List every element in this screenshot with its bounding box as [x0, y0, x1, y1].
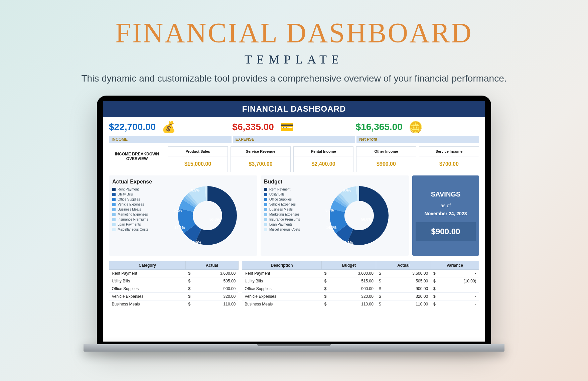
kpi-expense-value: $6,335.00	[232, 122, 274, 132]
income-card-label: Rental Income	[294, 147, 353, 156]
savings-asof: as of	[416, 203, 476, 208]
table-row: Utility Bills$515.00$505.00$(10.00)	[242, 277, 479, 285]
table-header: Variance	[431, 261, 479, 270]
kpi-expense: $6,335.00 💳	[232, 120, 355, 134]
table-row: Rent Payment$3,600.00	[109, 270, 239, 277]
slice-label: 9.5%	[191, 188, 199, 192]
label-netprofit: Net Profit	[356, 136, 479, 143]
legend-item: Loan Payments	[264, 223, 311, 226]
kpi-netprofit: $16,365.00 🪙	[356, 120, 479, 134]
budget-title: Budget	[264, 179, 311, 185]
slice-label: 5.1%	[174, 208, 182, 212]
legend-item: Miscellaneous Costs	[264, 228, 311, 231]
table-header: Actual	[376, 261, 431, 270]
table-row: Vehicle Expenses$320.00	[109, 293, 239, 300]
legend-item: Office Supplies	[264, 198, 311, 201]
legend-item: Insurance Premiums	[112, 218, 159, 221]
table-row: Utility Bills$505.00	[109, 277, 239, 285]
legend-item: Rent Payment	[264, 187, 311, 191]
legend-item: Loan Payments	[112, 223, 159, 226]
table-row: Office Supplies$900.00$900.00$-	[242, 285, 479, 293]
table-row: Vehicle Expenses$320.00$320.00$-	[242, 293, 479, 300]
table-row: Office Supplies$900.00	[109, 285, 239, 293]
savings-value: $900.00	[416, 222, 476, 241]
table-header: Budget	[322, 261, 376, 270]
legend-item: Utility Bills	[264, 193, 311, 196]
legend-item: Insurance Premiums	[264, 218, 311, 221]
kpi-income-value: $22,700.00	[109, 122, 156, 132]
income-breakdown-overview-label: INCOME BREAKDOWN OVERVIEW	[109, 146, 165, 172]
income-card: Other Income$900.00	[356, 146, 416, 172]
page-title: FINANCIAL DASHBOARD	[0, 17, 588, 49]
actual-expense-title: Actual Expense	[112, 179, 159, 185]
kpi-income: $22,700.00 💰	[109, 120, 232, 134]
dashboard-title: FINANCIAL DASHBOARD	[103, 101, 485, 117]
slice-label: 9.4%	[343, 188, 351, 192]
savings-panel: SAVINGS as of November 24, 2023 $900.00	[412, 175, 479, 256]
legend-item: Business Meals	[264, 208, 311, 211]
table-row: Business Meals$110.00	[109, 300, 239, 308]
kpi-netprofit-value: $16,365.00	[356, 122, 403, 132]
coins-icon: 🪙	[409, 120, 423, 134]
page-subtitle: TEMPLATE	[0, 52, 588, 67]
slice-label: 8.0%	[193, 241, 201, 245]
legend-item: Business Meals	[112, 208, 159, 211]
laptop-mockup: FINANCIAL DASHBOARD $22,700.00 💰 $6,335.…	[97, 96, 491, 352]
table-row: Rent Payment$3,600.00$3,600.00$-	[242, 270, 479, 277]
income-card-value: $3,700.00	[231, 156, 290, 172]
slice-label: 8.1%	[344, 241, 353, 245]
legend-item: Vehicle Expenses	[264, 203, 311, 206]
income-card: Product Sales$15,000.00	[168, 146, 228, 172]
category-actual-table: CategoryActualRent Payment$3,600.00Utili…	[109, 261, 239, 308]
legend-item: Vehicle Expenses	[112, 203, 159, 206]
savings-date: November 24, 2023	[416, 211, 476, 216]
slice-label: 14.2%	[174, 226, 185, 230]
income-card-value: $700.00	[419, 156, 479, 172]
table-header: Category	[109, 261, 186, 270]
label-expense: EXPENSE	[233, 136, 355, 143]
income-card-value: $900.00	[356, 156, 416, 172]
legend-item: Office Supplies	[112, 198, 159, 201]
income-card: Rental Income$2,400.00	[293, 146, 353, 172]
legend-item: Marketing Expenses	[112, 213, 159, 216]
legend-item: Utility Bills	[112, 193, 159, 196]
income-card-label: Other Income	[356, 147, 416, 156]
slice-label: 56.8%	[209, 217, 220, 221]
income-card-label: Service Revenue	[231, 147, 290, 156]
income-card-value: $2,400.00	[294, 156, 353, 172]
slice-label: 56.6%	[361, 217, 372, 221]
actual-expense-panel: Actual Expense Rent PaymentUtility Bills…	[109, 175, 257, 256]
budget-panel: Budget Rent PaymentUtility BillsOffice S…	[261, 175, 409, 256]
table-row: Business Meals$110.00$110.00$-	[242, 300, 479, 308]
table-header: Description	[242, 261, 322, 270]
legend-item: Marketing Expenses	[264, 213, 311, 216]
income-card-label: Product Sales	[168, 147, 228, 156]
income-card: Service Income$700.00	[419, 146, 479, 172]
wallet-icon: 💳	[280, 120, 294, 134]
income-card-label: Service Income	[419, 147, 479, 156]
legend-item: Rent Payment	[112, 187, 159, 191]
label-income: INCOME	[109, 136, 232, 143]
tagline: This dynamic and customizable tool provi…	[0, 73, 588, 84]
budget-variance-table: DescriptionBudgetActualVarianceRent Paym…	[242, 261, 479, 308]
slice-label: 14.1%	[326, 226, 336, 230]
table-header: Actual	[186, 261, 239, 270]
slice-label: 5.0%	[325, 208, 334, 212]
income-card-value: $15,000.00	[168, 156, 228, 172]
savings-label: SAVINGS	[416, 190, 476, 198]
money-bag-icon: 💰	[162, 120, 176, 134]
legend-item: Miscellaneous Costs	[112, 228, 159, 231]
income-card: Service Revenue$3,700.00	[231, 146, 291, 172]
